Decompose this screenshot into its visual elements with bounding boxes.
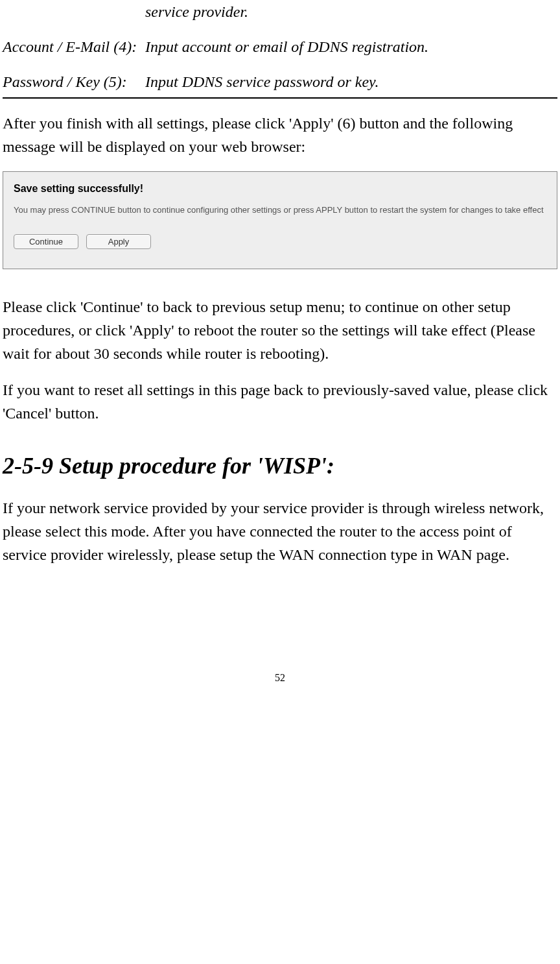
- screenshot-text: You may press CONTINUE button to continu…: [14, 204, 546, 216]
- table-desc-partial: service provider.: [145, 3, 248, 20]
- screenshot-save-success: Save setting successfully! You may press…: [3, 171, 557, 269]
- page-number: 52: [3, 670, 557, 699]
- table-row-partial: service provider.: [3, 0, 557, 23]
- paragraph-apply-instruction: After you finish with all settings, plea…: [3, 112, 557, 158]
- table-row: Password / Key (5): Input DDNS service p…: [3, 70, 557, 99]
- apply-button[interactable]: Apply: [86, 234, 151, 249]
- paragraph-wisp-desc: If your network service provided by your…: [3, 496, 557, 566]
- table-desc-account: Input account or email of DDNS registrat…: [145, 35, 557, 58]
- section-heading-wisp: 2-5-9 Setup procedure for 'WISP':: [3, 448, 557, 483]
- table-label-password: Password / Key (5):: [3, 70, 145, 93]
- table-desc-password: Input DDNS service password or key.: [145, 70, 557, 93]
- screenshot-button-row: Continue Apply: [14, 234, 546, 249]
- table-row: Account / E-Mail (4): Input account or e…: [3, 35, 557, 58]
- screenshot-title: Save setting successfully!: [14, 181, 546, 197]
- table-label-account: Account / E-Mail (4):: [3, 35, 145, 58]
- continue-button[interactable]: Continue: [14, 234, 78, 249]
- paragraph-continue-apply: Please click 'Continue' to back to previ…: [3, 295, 557, 365]
- definition-table: service provider. Account / E-Mail (4): …: [3, 0, 557, 99]
- paragraph-cancel: If you want to reset all settings in thi…: [3, 378, 557, 425]
